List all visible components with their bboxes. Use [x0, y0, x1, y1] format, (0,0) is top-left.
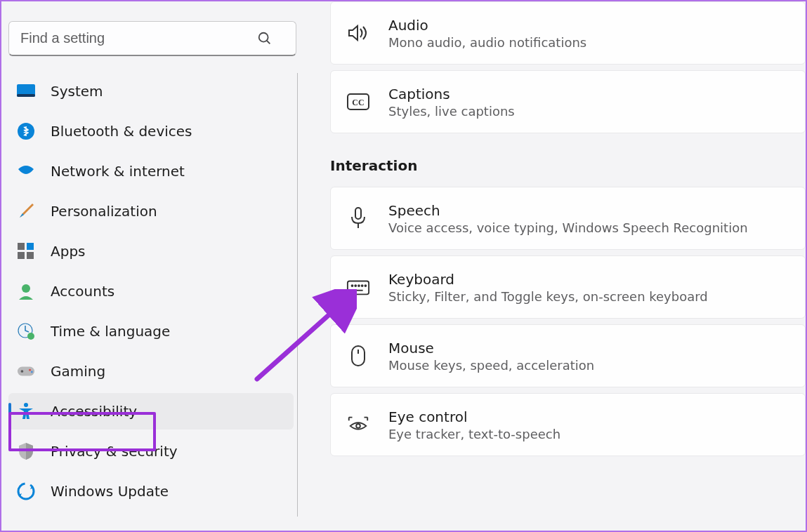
svg-point-13: [21, 370, 24, 373]
card-title: Captions: [388, 86, 515, 102]
sidebar-item-label: System: [51, 83, 103, 100]
card-title: Speech: [388, 202, 748, 219]
sidebar-item-label: Privacy & security: [51, 443, 178, 460]
svg-rect-8: [27, 252, 34, 259]
keyboard-icon: [346, 275, 370, 299]
card-desc: Voice access, voice typing, Windows Spee…: [388, 220, 748, 235]
svg-point-11: [27, 333, 34, 340]
apps-icon: [17, 242, 35, 260]
svg-point-27: [365, 285, 366, 286]
clock-globe-icon: [17, 322, 35, 340]
card-desc: Eye tracker, text-to-speech: [388, 427, 560, 441]
sidebar-item-label: Accounts: [51, 283, 114, 300]
sidebar-item-label: Network & internet: [51, 163, 185, 180]
update-icon: [17, 482, 35, 500]
captions-icon: CC: [346, 90, 370, 114]
sidebar-item-time-language[interactable]: Time & language: [8, 313, 294, 350]
search-container: [8, 21, 291, 56]
nav-divider: [297, 73, 298, 517]
sidebar-item-personalization[interactable]: Personalization: [8, 193, 294, 230]
wifi-icon: [17, 162, 35, 180]
accounts-icon: [17, 282, 35, 300]
sidebar-item-label: Gaming: [51, 363, 105, 380]
sidebar-item-accessibility[interactable]: Accessibility: [8, 393, 294, 430]
bluetooth-icon: [17, 122, 35, 140]
mouse-icon: [346, 344, 370, 368]
svg-rect-5: [18, 243, 25, 250]
card-desc: Mouse keys, speed, acceleration: [388, 358, 594, 373]
search-input[interactable]: [8, 21, 296, 56]
svg-point-23: [352, 285, 353, 286]
sidebar-item-privacy[interactable]: Privacy & security: [8, 433, 294, 470]
sidebar: System Bluetooth & devices Network & int…: [1, 1, 305, 531]
setting-card-audio[interactable]: Audio Mono audio, audio notifications: [330, 1, 806, 65]
setting-card-speech[interactable]: Speech Voice access, voice typing, Windo…: [330, 187, 806, 250]
paintbrush-icon: [17, 202, 35, 220]
sidebar-item-label: Accessibility: [51, 403, 137, 420]
sidebar-item-label: Apps: [51, 243, 86, 260]
svg-line-1: [267, 41, 270, 44]
card-desc: Styles, live captions: [388, 104, 515, 119]
sidebar-item-label: Personalization: [51, 203, 157, 220]
audio-icon: [346, 21, 370, 45]
card-title: Keyboard: [388, 271, 708, 288]
search-icon: [257, 31, 273, 46]
sidebar-item-label: Bluetooth & devices: [51, 123, 192, 140]
card-title: Eye control: [388, 408, 560, 425]
sidebar-item-label: Windows Update: [51, 483, 169, 500]
svg-point-25: [358, 285, 360, 286]
card-title: Mouse: [388, 340, 594, 357]
svg-text:CC: CC: [352, 98, 364, 107]
eye-control-icon: [346, 413, 370, 437]
svg-rect-22: [348, 281, 369, 295]
microphone-icon: [346, 206, 370, 230]
accessibility-icon: [17, 402, 35, 420]
shield-icon: [17, 442, 35, 460]
svg-point-15: [31, 371, 33, 373]
section-header-interaction: Interaction: [330, 157, 806, 174]
sidebar-item-apps[interactable]: Apps: [8, 233, 294, 270]
setting-card-eye-control[interactable]: Eye control Eye tracker, text-to-speech: [330, 393, 806, 456]
sidebar-item-gaming[interactable]: Gaming: [8, 353, 294, 390]
card-title: Audio: [388, 17, 586, 34]
svg-point-14: [29, 369, 31, 371]
system-icon: [17, 82, 35, 100]
sidebar-item-accounts[interactable]: Accounts: [8, 273, 294, 310]
svg-rect-20: [355, 208, 361, 219]
svg-rect-7: [18, 252, 25, 259]
main-content: Audio Mono audio, audio notifications CC…: [305, 1, 806, 531]
setting-card-mouse[interactable]: Mouse Mouse keys, speed, acceleration: [330, 324, 806, 387]
sidebar-item-windows-update[interactable]: Windows Update: [8, 473, 294, 510]
gamepad-icon: [17, 362, 35, 380]
svg-point-24: [355, 285, 356, 286]
svg-rect-3: [17, 94, 35, 97]
nav-list: System Bluetooth & devices Network & int…: [8, 73, 298, 510]
sidebar-item-network[interactable]: Network & internet: [8, 153, 294, 189]
svg-point-0: [259, 33, 268, 42]
svg-rect-6: [27, 243, 34, 250]
svg-point-9: [22, 284, 30, 293]
svg-point-17: [18, 484, 34, 499]
sidebar-item-system[interactable]: System: [8, 73, 294, 109]
sidebar-item-bluetooth[interactable]: Bluetooth & devices: [8, 113, 294, 149]
card-desc: Mono audio, audio notifications: [388, 35, 586, 50]
svg-point-26: [362, 285, 363, 286]
svg-point-16: [24, 403, 28, 407]
svg-rect-29: [352, 346, 365, 366]
sidebar-item-label: Time & language: [51, 323, 170, 340]
setting-card-keyboard[interactable]: Keyboard Sticky, Filter, and Toggle keys…: [330, 255, 806, 319]
svg-point-31: [356, 424, 360, 428]
setting-card-captions[interactable]: CC Captions Styles, live captions: [330, 70, 806, 133]
card-desc: Sticky, Filter, and Toggle keys, on-scre…: [388, 289, 708, 304]
